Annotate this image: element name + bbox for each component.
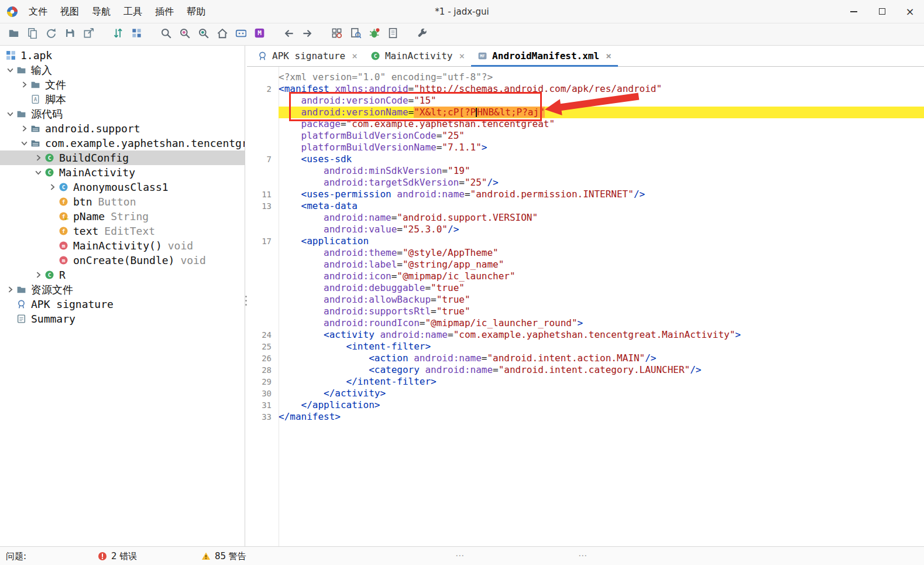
menu-item-6[interactable]: 帮助 (180, 0, 212, 23)
tree-item-mainactivity[interactable]: mMainActivity()void (0, 238, 245, 253)
tab-androidmanifest-xml[interactable]: MFAndroidManifest.xml× (471, 46, 618, 66)
toolbar-button-open-file[interactable] (5, 26, 22, 43)
tree-item-文件[interactable]: 文件 (0, 77, 245, 92)
tree-item-oncreate-bundle[interactable]: monCreate(Bundle)void (0, 253, 245, 268)
tree-item-anonymousclass1[interactable]: CAnonymousClass1 (0, 180, 245, 194)
toolbar-button-comment-search[interactable] (194, 26, 212, 43)
toolbar-button-class-search[interactable] (176, 26, 193, 43)
tree-item-type: String (111, 210, 149, 222)
code-token (391, 189, 397, 200)
tab-apk-signature[interactable]: APK signature× (251, 46, 364, 66)
tree-item-com-example-yaphetshan-tencentgreat[interactable]: com.example.yaphetshan.tencentgreat (0, 136, 245, 150)
chevron-right-icon[interactable] (18, 81, 30, 88)
toolbar-button-debugger[interactable] (365, 26, 383, 43)
tree-item-text[interactable]: ftextEditText (0, 224, 245, 238)
code-token (279, 399, 301, 410)
tree-item-buildconfig[interactable]: CBuildConfig (0, 150, 245, 165)
code-token: = (408, 107, 414, 118)
gutter-number (247, 165, 279, 177)
menu-item-4[interactable]: 工具 (117, 0, 149, 23)
chevron-right-icon[interactable] (18, 125, 30, 132)
menu-item-3[interactable]: 导航 (85, 0, 117, 23)
tab-close-icon[interactable]: × (352, 50, 358, 61)
code-line-22: android:roundIcon="@mipmap/ic_launcher_r… (247, 317, 924, 329)
gutter-number (247, 95, 279, 107)
tab-close-icon[interactable]: × (606, 50, 612, 61)
code-text: </application> (279, 399, 924, 411)
maximize-button[interactable] (868, 0, 896, 23)
main-area: 1.apk输入文件A脚本源代码android.supportcom.exampl… (0, 46, 924, 546)
tab-mainactivity[interactable]: CMainActivity× (364, 46, 471, 66)
tree-item-summary[interactable]: Summary (0, 311, 245, 326)
gutter-number (247, 224, 279, 235)
warnings-status[interactable]: 85 警告 (201, 547, 246, 565)
toolbar-button-deobfuscation[interactable] (328, 26, 345, 43)
code-token (279, 224, 324, 235)
svg-text:m: m (62, 242, 66, 249)
code-text: <category android:name="android.intent.c… (279, 364, 924, 376)
toolbar-button-export[interactable] (80, 26, 97, 43)
toolbar-button-flat-packages[interactable] (128, 26, 145, 43)
method-icon: m (59, 255, 68, 265)
code-editor[interactable]: <?xml version="1.0" encoding="utf-8"?>2<… (247, 67, 924, 546)
chevron-down-icon[interactable] (32, 169, 44, 176)
code-token: = (397, 247, 403, 258)
toolbar-button-sync[interactable] (109, 26, 126, 43)
warnings-count: 85 警告 (215, 551, 246, 562)
deobfuscation-icon (331, 28, 342, 41)
menu-item-2[interactable]: 视图 (54, 0, 85, 23)
tree-item-mainactivity[interactable]: CMainActivity (0, 165, 245, 180)
code-token: HNB&lt;P?aj" (477, 107, 545, 118)
tree-item-输入[interactable]: 输入 (0, 63, 245, 77)
toolbar-button-forward[interactable] (298, 26, 316, 43)
tree-item-label: 脚本 (45, 93, 66, 107)
gutter-number: 11 (247, 189, 279, 200)
code-token (279, 153, 301, 165)
toolbar-button-main-activity[interactable] (213, 26, 231, 43)
reload-icon (46, 28, 57, 41)
tree-item-pname[interactable]: fpNameString (0, 209, 245, 224)
toolbar-button-preferences[interactable] (413, 26, 431, 43)
chevron-down-icon[interactable] (18, 139, 30, 147)
field-key-icon: f (59, 211, 68, 221)
code-token: xmlns:android (335, 83, 408, 94)
close-button[interactable]: × (896, 0, 924, 23)
code-text: <manifest xmlns:android="http://schemas.… (279, 83, 924, 95)
chevron-right-icon[interactable] (32, 154, 44, 162)
error-icon (98, 552, 107, 561)
toolbar-button-log-viewer[interactable] (384, 26, 401, 43)
chevron-right-icon[interactable] (32, 271, 44, 279)
tree-item-源代码[interactable]: 源代码 (0, 107, 245, 121)
toolbar-button-add-files[interactable] (23, 26, 41, 43)
tree-item-资源文件[interactable]: 资源文件 (0, 282, 245, 297)
chevron-right-icon[interactable] (4, 286, 16, 293)
maximize-icon (879, 8, 885, 15)
tree-item-btn[interactable]: fbtnButton (0, 194, 245, 209)
chevron-right-icon[interactable] (46, 183, 59, 191)
tree-item-1-apk[interactable]: 1.apk (0, 48, 245, 63)
tree-item-label: android.support (45, 122, 140, 135)
gutter-number: 30 (247, 388, 279, 399)
chevron-down-icon[interactable] (4, 110, 16, 118)
errors-status[interactable]: 2 错误 (98, 547, 137, 565)
tree-item-r[interactable]: CR (0, 268, 245, 282)
tree-item-脚本[interactable]: A脚本 (0, 92, 245, 107)
code-text: <intent-filter> (279, 341, 924, 352)
menu-item-1[interactable]: 文件 (22, 0, 54, 23)
code-line-21: android:supportsRtl="true" (247, 306, 924, 317)
menu-item-5[interactable]: 插件 (149, 0, 180, 23)
tree-item-android-support[interactable]: android.support (0, 121, 245, 136)
chevron-down-icon[interactable] (4, 66, 16, 74)
tree-item-apk-signature[interactable]: APK signature (0, 297, 245, 311)
code-token (279, 259, 324, 270)
toolbar-button-adb[interactable] (232, 26, 249, 43)
toolbar-button-text-search[interactable] (157, 26, 174, 43)
toolbar-button-mappings[interactable]: M (250, 26, 268, 43)
toolbar-button-save-all[interactable] (61, 26, 78, 43)
toolbar-button-back[interactable] (280, 26, 297, 43)
toolbar-button-quark[interactable] (346, 26, 364, 43)
minimize-button[interactable] (840, 0, 868, 23)
toolbar-button-reload[interactable] (42, 26, 60, 43)
tab-close-icon[interactable]: × (459, 50, 465, 61)
title-bar: 文件视图导航工具插件帮助 *1 - jadx-gui × (0, 0, 924, 23)
